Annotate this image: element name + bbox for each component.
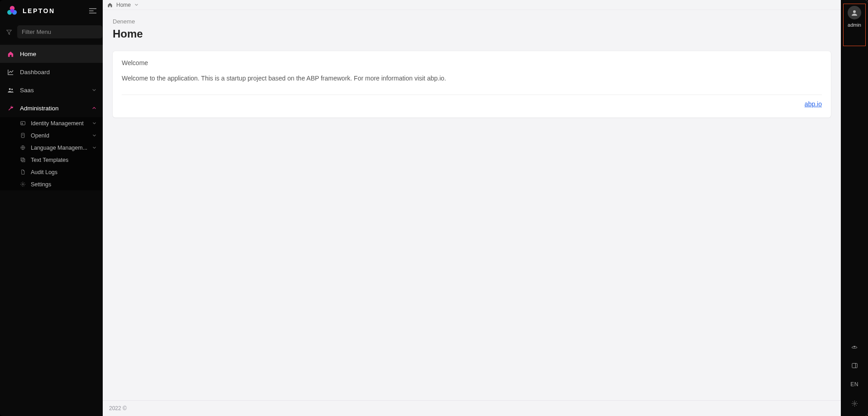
card-header: Welcome <box>113 51 831 72</box>
id-card-icon <box>20 120 27 126</box>
sidebar-item-label: Home <box>20 51 96 57</box>
sidebar-subitem-language[interactable]: Language Managem... <box>0 142 103 154</box>
filter-menu-input[interactable] <box>17 25 102 38</box>
sidebar-subitem-label: Audit Logs <box>31 169 96 175</box>
content-area: Home Deneme Home Welcome Welcome to the … <box>103 0 841 416</box>
sidebar-subitem-label: OpenId <box>31 132 92 139</box>
sidebar-item-label: Administration <box>20 105 92 112</box>
svg-point-3 <box>10 9 14 13</box>
brand-name: LEPTON <box>23 7 55 14</box>
svg-point-21 <box>854 402 855 404</box>
user-block[interactable]: admin <box>843 4 866 46</box>
sidebar-subitem-identity[interactable]: Identity Management <box>0 117 103 129</box>
main-menu: Home Dashboard Saas Administration <box>0 45 103 190</box>
svg-point-16 <box>22 184 24 185</box>
chevron-down-icon <box>92 88 96 92</box>
breadcrumb-item[interactable]: Home <box>116 2 131 8</box>
sidebar-subitem-text-templates[interactable]: Text Templates <box>0 154 103 166</box>
globe-icon <box>20 145 27 151</box>
svg-rect-14 <box>21 158 24 161</box>
page-header: Deneme Home <box>103 10 841 43</box>
filter-icon <box>6 29 12 35</box>
layout-icon[interactable] <box>849 360 860 371</box>
svg-rect-15 <box>22 159 25 162</box>
sidebar-subitem-label: Language Managem... <box>31 145 92 151</box>
home-icon <box>107 2 113 8</box>
file-icon <box>20 169 27 175</box>
svg-point-17 <box>853 10 856 13</box>
svg-rect-9 <box>21 122 25 125</box>
footer: 2022 © <box>103 400 841 416</box>
theme-toggle-icon[interactable] <box>849 341 860 352</box>
sidebar-item-label: Dashboard <box>20 69 96 76</box>
chevron-up-icon <box>92 106 96 110</box>
chevron-down-icon <box>92 133 96 137</box>
page-title: Home <box>113 28 831 40</box>
filter-row <box>0 22 103 45</box>
layers-icon <box>20 157 27 163</box>
brand[interactable]: LEPTON <box>6 5 55 17</box>
users-icon <box>6 87 14 94</box>
svg-point-8 <box>11 89 13 90</box>
chevron-down-icon <box>92 121 96 125</box>
svg-point-10 <box>22 123 23 123</box>
welcome-card: Welcome Welcome to the application. This… <box>113 51 831 118</box>
id-badge-icon <box>20 132 27 138</box>
chevron-down-icon <box>134 3 138 7</box>
abp-link[interactable]: abp.io <box>805 100 822 108</box>
sidebar-subitem-settings[interactable]: Settings <box>0 178 103 190</box>
svg-rect-19 <box>852 363 857 368</box>
divider <box>122 95 822 95</box>
sidebar-item-administration[interactable]: Administration <box>0 99 103 117</box>
sidebar-subitem-audit-logs[interactable]: Audit Logs <box>0 166 103 178</box>
sidebar-item-label: Saas <box>20 87 92 94</box>
administration-submenu: Identity Management OpenId Language Mana… <box>0 117 103 190</box>
sidebar-item-home[interactable]: Home <box>0 45 103 63</box>
user-name: admin <box>848 22 861 28</box>
settings-gear-icon[interactable] <box>849 398 860 409</box>
sidebar-subitem-label: Identity Management <box>31 120 92 127</box>
svg-point-7 <box>9 88 10 90</box>
sidebar-subitem-openid[interactable]: OpenId <box>0 129 103 142</box>
chevron-down-icon <box>92 146 96 150</box>
sidebar: LEPTON Home Dashboard Saas <box>0 0 103 416</box>
wrench-icon <box>6 105 14 112</box>
home-icon <box>6 51 14 57</box>
sidebar-item-dashboard[interactable]: Dashboard <box>0 63 103 81</box>
brand-logo-icon <box>6 5 18 17</box>
brand-row: LEPTON <box>0 0 103 22</box>
sidebar-item-saas[interactable]: Saas <box>0 81 103 99</box>
sidebar-toggle-icon[interactable] <box>89 8 96 14</box>
avatar-icon <box>848 6 861 19</box>
svg-point-18 <box>854 346 855 347</box>
rightbar: admin EN <box>841 0 868 416</box>
svg-point-12 <box>22 134 23 135</box>
breadcrumb: Home <box>103 0 841 10</box>
sidebar-subitem-label: Settings <box>31 181 96 188</box>
app-name: Deneme <box>113 18 831 25</box>
gear-icon <box>20 181 27 187</box>
card-body: Welcome to the application. This is a st… <box>113 72 831 89</box>
chart-line-icon <box>6 69 14 76</box>
language-button[interactable]: EN <box>849 379 860 390</box>
sidebar-subitem-label: Text Templates <box>31 157 96 163</box>
footer-text: 2022 © <box>109 405 127 411</box>
